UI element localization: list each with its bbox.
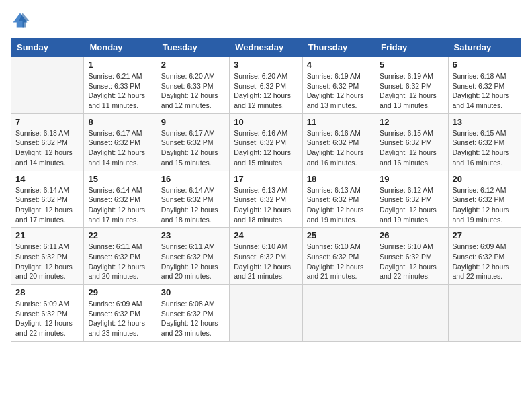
day-info: Sunrise: 6:09 AM Sunset: 6:32 PM Dayligh… bbox=[88, 299, 152, 338]
day-info: Sunrise: 6:18 AM Sunset: 6:32 PM Dayligh… bbox=[15, 128, 79, 168]
day-info: Sunrise: 6:11 AM Sunset: 6:32 PM Dayligh… bbox=[15, 242, 79, 281]
calendar-cell: 23Sunrise: 6:11 AM Sunset: 6:32 PM Dayli… bbox=[157, 228, 229, 285]
day-number: 1 bbox=[88, 60, 152, 70]
calendar-cell bbox=[302, 285, 375, 342]
day-number: 2 bbox=[161, 60, 225, 70]
day-number: 15 bbox=[88, 174, 152, 184]
day-number: 10 bbox=[234, 117, 298, 127]
day-number: 8 bbox=[88, 117, 152, 127]
calendar-cell: 30Sunrise: 6:08 AM Sunset: 6:32 PM Dayli… bbox=[157, 285, 229, 342]
calendar-week-row: 1Sunrise: 6:21 AM Sunset: 6:33 PM Daylig… bbox=[11, 57, 521, 114]
day-number: 26 bbox=[380, 230, 443, 240]
page-header bbox=[11, 11, 521, 30]
day-info: Sunrise: 6:16 AM Sunset: 6:32 PM Dayligh… bbox=[234, 128, 298, 168]
day-info: Sunrise: 6:11 AM Sunset: 6:32 PM Dayligh… bbox=[161, 242, 225, 281]
day-number: 28 bbox=[15, 287, 79, 298]
calendar-week-row: 14Sunrise: 6:14 AM Sunset: 6:32 PM Dayli… bbox=[11, 171, 521, 228]
day-info: Sunrise: 6:12 AM Sunset: 6:32 PM Dayligh… bbox=[380, 185, 443, 225]
day-number: 3 bbox=[234, 60, 298, 70]
day-number: 14 bbox=[15, 174, 79, 184]
weekday-header: Monday bbox=[84, 38, 157, 57]
day-info: Sunrise: 6:20 AM Sunset: 6:32 PM Dayligh… bbox=[234, 71, 298, 111]
calendar-cell: 11Sunrise: 6:16 AM Sunset: 6:32 PM Dayli… bbox=[302, 113, 375, 171]
day-info: Sunrise: 6:09 AM Sunset: 6:32 PM Dayligh… bbox=[453, 242, 517, 281]
day-info: Sunrise: 6:14 AM Sunset: 6:32 PM Dayligh… bbox=[88, 185, 152, 225]
weekday-header: Wednesday bbox=[230, 38, 302, 57]
calendar-cell: 24Sunrise: 6:10 AM Sunset: 6:32 PM Dayli… bbox=[230, 228, 302, 285]
day-number: 21 bbox=[15, 230, 79, 240]
day-info: Sunrise: 6:10 AM Sunset: 6:32 PM Dayligh… bbox=[234, 242, 298, 281]
day-info: Sunrise: 6:17 AM Sunset: 6:32 PM Dayligh… bbox=[161, 128, 225, 168]
calendar-cell: 19Sunrise: 6:12 AM Sunset: 6:32 PM Dayli… bbox=[375, 171, 448, 228]
weekday-header: Friday bbox=[375, 38, 448, 57]
day-number: 13 bbox=[453, 117, 517, 127]
calendar-cell: 25Sunrise: 6:10 AM Sunset: 6:32 PM Dayli… bbox=[302, 228, 375, 285]
calendar-cell bbox=[375, 285, 448, 342]
day-number: 12 bbox=[380, 117, 443, 127]
day-info: Sunrise: 6:15 AM Sunset: 6:32 PM Dayligh… bbox=[453, 128, 517, 168]
day-number: 17 bbox=[234, 174, 298, 184]
day-info: Sunrise: 6:15 AM Sunset: 6:32 PM Dayligh… bbox=[380, 128, 443, 168]
calendar-cell: 1Sunrise: 6:21 AM Sunset: 6:33 PM Daylig… bbox=[84, 57, 157, 114]
calendar-cell: 21Sunrise: 6:11 AM Sunset: 6:32 PM Dayli… bbox=[11, 228, 84, 285]
day-number: 20 bbox=[453, 174, 517, 184]
weekday-header: Tuesday bbox=[157, 38, 229, 57]
calendar-cell: 13Sunrise: 6:15 AM Sunset: 6:32 PM Dayli… bbox=[448, 113, 521, 171]
day-number: 23 bbox=[161, 230, 225, 240]
calendar-cell: 26Sunrise: 6:10 AM Sunset: 6:32 PM Dayli… bbox=[375, 228, 448, 285]
calendar-cell bbox=[11, 57, 84, 114]
day-info: Sunrise: 6:13 AM Sunset: 6:32 PM Dayligh… bbox=[234, 185, 298, 225]
day-info: Sunrise: 6:19 AM Sunset: 6:32 PM Dayligh… bbox=[380, 71, 443, 111]
logo bbox=[11, 11, 32, 30]
calendar-cell: 12Sunrise: 6:15 AM Sunset: 6:32 PM Dayli… bbox=[375, 113, 448, 171]
day-info: Sunrise: 6:14 AM Sunset: 6:32 PM Dayligh… bbox=[15, 185, 79, 225]
calendar-cell: 10Sunrise: 6:16 AM Sunset: 6:32 PM Dayli… bbox=[230, 113, 302, 171]
calendar-cell: 16Sunrise: 6:14 AM Sunset: 6:32 PM Dayli… bbox=[157, 171, 229, 228]
calendar-cell: 29Sunrise: 6:09 AM Sunset: 6:32 PM Dayli… bbox=[84, 285, 157, 342]
day-info: Sunrise: 6:12 AM Sunset: 6:32 PM Dayligh… bbox=[453, 185, 517, 225]
calendar-cell: 15Sunrise: 6:14 AM Sunset: 6:32 PM Dayli… bbox=[84, 171, 157, 228]
day-number: 7 bbox=[15, 117, 79, 127]
calendar-header: SundayMondayTuesdayWednesdayThursdayFrid… bbox=[11, 38, 521, 57]
weekday-header: Sunday bbox=[11, 38, 84, 57]
calendar-cell bbox=[448, 285, 521, 342]
calendar-cell: 28Sunrise: 6:09 AM Sunset: 6:32 PM Dayli… bbox=[11, 285, 84, 342]
day-number: 18 bbox=[307, 174, 371, 184]
day-number: 25 bbox=[307, 230, 371, 240]
weekday-header: Thursday bbox=[302, 38, 375, 57]
day-info: Sunrise: 6:08 AM Sunset: 6:32 PM Dayligh… bbox=[161, 299, 225, 338]
weekday-header: Saturday bbox=[448, 38, 521, 57]
day-number: 29 bbox=[88, 287, 152, 298]
calendar-cell: 4Sunrise: 6:19 AM Sunset: 6:32 PM Daylig… bbox=[302, 57, 375, 114]
day-number: 22 bbox=[88, 230, 152, 240]
calendar-cell: 5Sunrise: 6:19 AM Sunset: 6:32 PM Daylig… bbox=[375, 57, 448, 114]
day-number: 27 bbox=[453, 230, 517, 240]
day-number: 16 bbox=[161, 174, 225, 184]
calendar-week-row: 21Sunrise: 6:11 AM Sunset: 6:32 PM Dayli… bbox=[11, 228, 521, 285]
day-info: Sunrise: 6:13 AM Sunset: 6:32 PM Dayligh… bbox=[307, 185, 371, 225]
calendar-cell: 20Sunrise: 6:12 AM Sunset: 6:32 PM Dayli… bbox=[448, 171, 521, 228]
day-info: Sunrise: 6:20 AM Sunset: 6:33 PM Dayligh… bbox=[161, 71, 225, 111]
calendar-cell: 17Sunrise: 6:13 AM Sunset: 6:32 PM Dayli… bbox=[230, 171, 302, 228]
calendar-cell: 14Sunrise: 6:14 AM Sunset: 6:32 PM Dayli… bbox=[11, 171, 84, 228]
day-number: 19 bbox=[380, 174, 443, 184]
day-info: Sunrise: 6:21 AM Sunset: 6:33 PM Dayligh… bbox=[88, 71, 152, 111]
calendar-cell: 18Sunrise: 6:13 AM Sunset: 6:32 PM Dayli… bbox=[302, 171, 375, 228]
day-info: Sunrise: 6:10 AM Sunset: 6:32 PM Dayligh… bbox=[380, 242, 443, 281]
calendar-cell: 8Sunrise: 6:17 AM Sunset: 6:32 PM Daylig… bbox=[84, 113, 157, 171]
day-info: Sunrise: 6:09 AM Sunset: 6:32 PM Dayligh… bbox=[15, 299, 79, 338]
day-info: Sunrise: 6:19 AM Sunset: 6:32 PM Dayligh… bbox=[307, 71, 371, 111]
day-number: 11 bbox=[307, 117, 371, 127]
calendar-cell: 2Sunrise: 6:20 AM Sunset: 6:33 PM Daylig… bbox=[157, 57, 229, 114]
day-info: Sunrise: 6:18 AM Sunset: 6:32 PM Dayligh… bbox=[453, 71, 517, 111]
logo-icon bbox=[11, 11, 30, 30]
day-number: 5 bbox=[380, 60, 443, 70]
day-number: 4 bbox=[307, 60, 371, 70]
day-number: 9 bbox=[161, 117, 225, 127]
day-info: Sunrise: 6:17 AM Sunset: 6:32 PM Dayligh… bbox=[88, 128, 152, 168]
calendar-table: SundayMondayTuesdayWednesdayThursdayFrid… bbox=[11, 38, 521, 342]
calendar-cell: 9Sunrise: 6:17 AM Sunset: 6:32 PM Daylig… bbox=[157, 113, 229, 171]
day-info: Sunrise: 6:16 AM Sunset: 6:32 PM Dayligh… bbox=[307, 128, 371, 168]
day-number: 30 bbox=[161, 287, 225, 298]
day-number: 24 bbox=[234, 230, 298, 240]
